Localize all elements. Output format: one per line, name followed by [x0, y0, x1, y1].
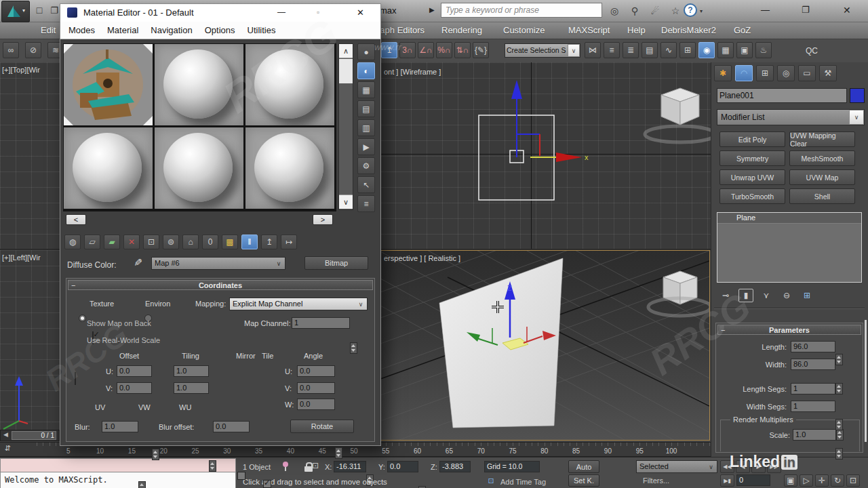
tab-modify[interactable]: ◠ [735, 65, 753, 81]
select-by-material-icon[interactable]: ↖ [357, 176, 375, 193]
binoculars-icon[interactable]: ◎ [608, 4, 621, 18]
generate-preview-icon[interactable]: ▶ [357, 138, 375, 155]
tiling-field-0[interactable]: 1.0 [174, 365, 209, 377]
zoom-extents-icon[interactable]: ▣ [784, 474, 797, 487]
me-menu-material[interactable]: Material [107, 25, 138, 35]
menu-debrismaker2[interactable]: DebrisMaker2 [661, 25, 716, 35]
key-icon[interactable]: ⚲ [628, 4, 642, 18]
time-slider-prev-arrow[interactable]: ◀ [1, 431, 10, 440]
sample-slot-5[interactable] [155, 127, 243, 209]
reset-map-icon[interactable]: ✕ [123, 235, 140, 249]
me-minimize-button[interactable]: — [277, 7, 285, 17]
get-material-icon[interactable]: ◍ [64, 235, 81, 249]
me-menu-modes[interactable]: Modes [68, 25, 95, 35]
menu-help[interactable]: Help [627, 25, 646, 35]
new-document-icon[interactable]: □ [33, 3, 46, 17]
modifier-button-edit-poly[interactable]: Edit Poly [719, 131, 785, 147]
viewport-perspective-label[interactable]: erspective ] [ Realistic ] [384, 254, 460, 262]
put-to-library-icon[interactable]: ⌂ [182, 235, 199, 249]
material-editor-icon[interactable]: ◉ [698, 42, 715, 58]
slots-scroll-up-icon[interactable]: ∧ [339, 44, 353, 58]
offset-spinner-0[interactable] [152, 449, 159, 460]
blur-spinner[interactable] [138, 481, 146, 488]
mapping-arrow-icon[interactable]: ∨ [355, 298, 367, 310]
backlight-icon[interactable]: ◐ [357, 62, 375, 79]
me-menu-utilities[interactable]: Utilities [248, 25, 276, 35]
background-icon[interactable]: ▦ [357, 81, 375, 98]
viewport-front[interactable]: x [380, 62, 711, 249]
unlink-icon[interactable]: ⊘ [25, 42, 41, 58]
spinner-snap-icon[interactable]: ⇅∩ [454, 42, 471, 58]
param-field-2[interactable]: 1 [791, 383, 835, 394]
video-color-check-icon[interactable]: ▥ [357, 119, 375, 136]
offset-field-0[interactable]: 0.0 [117, 365, 152, 377]
show-end-result-icon[interactable]: ▮ [738, 289, 753, 302]
menu-goz[interactable]: GoZ [734, 25, 751, 35]
modifier-button-turbosmooth[interactable]: TurboSmooth [719, 188, 785, 204]
object-color-swatch[interactable] [850, 88, 865, 103]
tiling-field-1[interactable]: 1.0 [174, 382, 209, 394]
auto-key-button[interactable]: Auto [568, 460, 599, 473]
schematic-view-icon[interactable]: ⊞ [679, 42, 696, 58]
me-maximize-button[interactable]: ▫ [317, 7, 319, 17]
tiling-spinner-0[interactable] [209, 460, 216, 472]
max-logo-button[interactable]: ▾ [1, 1, 30, 22]
me-menu-navigation[interactable]: Navigation [151, 25, 192, 35]
map-name-arrow-icon[interactable]: ∨ [273, 258, 285, 269]
slots-scrollbar[interactable]: ∧ ∨ [338, 43, 353, 210]
render-production-icon[interactable]: ♨ [755, 42, 772, 58]
workspace-arrow-icon[interactable]: ▶ [429, 6, 435, 14]
window-minimize-button[interactable]: — [761, 5, 770, 15]
panel-scrollbar[interactable] [865, 320, 867, 442]
material-id-channel-icon[interactable]: 0 [202, 235, 218, 249]
maximize-viewport-icon[interactable]: ⊡ [846, 474, 860, 487]
viewport-left-label[interactable]: [+][Left][Wir [2, 253, 41, 262]
help-icon[interactable]: ? [684, 3, 697, 17]
go-forward-sibling-icon[interactable]: ↦ [281, 235, 297, 249]
blur-offset-field[interactable]: 0.0 [213, 421, 250, 432]
slots-scroll-thumb[interactable] [339, 59, 353, 83]
viewport-perspective[interactable]: Z [380, 250, 710, 441]
real-world-scale-checkbox[interactable] [75, 372, 76, 385]
tab-motion[interactable]: ◎ [777, 65, 795, 81]
next-frame-button[interactable]: ▶▶ [767, 460, 781, 473]
color-picker-icon[interactable]: ✎ [132, 258, 144, 267]
go-to-parent-icon[interactable]: ↥ [261, 235, 277, 249]
map-channel-field[interactable]: 1 [292, 317, 350, 329]
param-spinner-2[interactable] [835, 419, 843, 430]
percent-snap-icon[interactable]: %∩ [436, 42, 452, 58]
slots-next-button[interactable]: > [313, 214, 333, 225]
select-link-icon[interactable]: ∞ [3, 42, 19, 58]
modifier-button-shell[interactable]: Shell [789, 188, 855, 204]
tab-utilities[interactable]: ⚒ [819, 65, 837, 81]
qc-label[interactable]: QC [806, 46, 818, 56]
named-selection-sets-icon[interactable]: {✎} [473, 42, 489, 58]
mini-trackview-icon[interactable]: ⇵ [1, 444, 14, 455]
w-angle-spinner[interactable] [335, 447, 342, 459]
show-map-in-viewport-icon[interactable]: ▩ [222, 235, 238, 249]
selection-set-dropdown[interactable]: Create Selection S ∨ [505, 43, 580, 58]
configure-modifier-sets-icon[interactable]: ⊞ [800, 289, 814, 302]
selected-filter-arrow-icon[interactable]: ∨ [705, 461, 717, 472]
sample-uv-tiling-icon[interactable]: ▤ [357, 100, 375, 117]
modifier-list-dropdown[interactable]: Modifier List ∨ [717, 109, 865, 125]
me-menu-options[interactable]: Options [205, 25, 235, 35]
menu-rendering[interactable]: Rendering [441, 25, 482, 35]
make-unique-icon[interactable]: ⋎ [759, 289, 774, 302]
show-end-result-icon[interactable]: ‖ [241, 235, 258, 249]
remove-modifier-icon[interactable]: ⊖ [779, 289, 794, 302]
modifier-button-unwrap-uvw[interactable]: Unwrap UVW [719, 169, 785, 185]
sample-slot-1[interactable] [64, 44, 153, 125]
offset-field-1[interactable]: 0.0 [117, 382, 152, 394]
field-of-view-icon[interactable]: ▷ [800, 474, 813, 487]
satellite-icon[interactable]: ☄ [648, 4, 662, 18]
curve-editor-icon[interactable]: ∿ [660, 42, 677, 58]
window-maximize-button[interactable]: ❐ [802, 5, 810, 15]
viewport-top-label[interactable]: [+][Top][Wir [2, 66, 40, 74]
orbit-icon[interactable]: ↻ [831, 474, 844, 487]
modifier-button-meshsmooth[interactable]: MeshSmooth [789, 150, 855, 166]
y-coord-field[interactable]: 0.0 [387, 461, 418, 472]
modifier-button-uvw-map[interactable]: UVW Map [789, 169, 855, 185]
param-spinner-3[interactable] [835, 448, 843, 460]
parameters-rollout-header[interactable]: − Parameters [717, 325, 861, 335]
